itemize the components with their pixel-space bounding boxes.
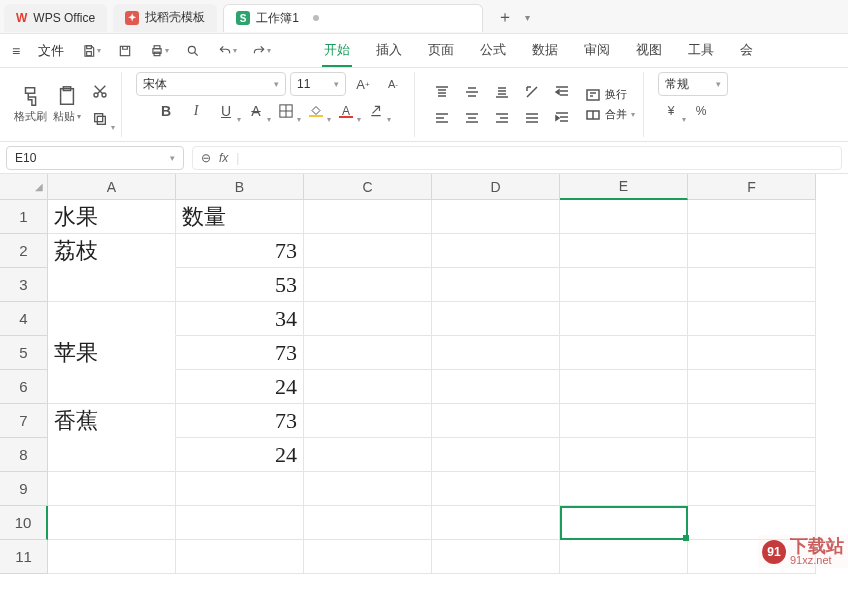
- cell-D10[interactable]: [432, 506, 560, 540]
- menu-file[interactable]: 文件: [32, 42, 70, 60]
- cell-D7[interactable]: [432, 404, 560, 438]
- cell-A6[interactable]: [48, 370, 176, 404]
- cell-C4[interactable]: [304, 302, 432, 336]
- align-middle-button[interactable]: [459, 81, 485, 103]
- paste-button[interactable]: 粘贴▾: [53, 85, 81, 124]
- save-as-button[interactable]: [112, 38, 138, 64]
- cell-D2[interactable]: [432, 234, 560, 268]
- undo-button[interactable]: [214, 38, 240, 64]
- cell-E2[interactable]: [560, 234, 688, 268]
- cell-C1[interactable]: [304, 200, 432, 234]
- cell-B8[interactable]: 24: [176, 438, 304, 472]
- cell-A11[interactable]: [48, 540, 176, 574]
- menu-start[interactable]: 开始: [322, 34, 352, 67]
- cell-F8[interactable]: [688, 438, 816, 472]
- col-header-E[interactable]: E: [560, 174, 688, 200]
- col-header-F[interactable]: F: [688, 174, 816, 200]
- cell-B4[interactable]: 34: [176, 302, 304, 336]
- row-header-2[interactable]: 2: [0, 234, 48, 268]
- save-button[interactable]: [78, 38, 104, 64]
- cell-B7[interactable]: 73: [176, 404, 304, 438]
- tab-workbook[interactable]: S 工作簿1: [223, 4, 483, 32]
- cell-A3[interactable]: [48, 268, 176, 302]
- cell-A9[interactable]: [48, 472, 176, 506]
- row-header-11[interactable]: 11: [0, 540, 48, 574]
- tab-template[interactable]: ✦ 找稻壳模板: [113, 4, 217, 32]
- align-right-button[interactable]: [489, 107, 515, 129]
- hamburger-icon[interactable]: ≡: [8, 43, 24, 59]
- cell-E7[interactable]: [560, 404, 688, 438]
- cell-B1[interactable]: 数量: [176, 200, 304, 234]
- formula-input[interactable]: ⊖ fx |: [192, 146, 842, 170]
- cell-E3[interactable]: [560, 268, 688, 302]
- row-header-3[interactable]: 3: [0, 268, 48, 302]
- merge-cells-button[interactable]: 合并 ▾: [585, 107, 635, 123]
- cell-B11[interactable]: [176, 540, 304, 574]
- cell-B5[interactable]: 73: [176, 336, 304, 370]
- align-center-button[interactable]: [459, 107, 485, 129]
- cell-B9[interactable]: [176, 472, 304, 506]
- cell-C6[interactable]: [304, 370, 432, 404]
- format-painter-button[interactable]: 格式刷: [14, 85, 47, 124]
- col-header-B[interactable]: B: [176, 174, 304, 200]
- tab-wps-office[interactable]: W WPS Office: [4, 4, 107, 32]
- redo-button[interactable]: [248, 38, 274, 64]
- increase-font-button[interactable]: A+: [350, 73, 376, 95]
- row-header-5[interactable]: 5: [0, 336, 48, 370]
- select-all-corner[interactable]: ◢: [0, 174, 48, 200]
- menu-data[interactable]: 数据: [530, 34, 560, 67]
- cell-F3[interactable]: [688, 268, 816, 302]
- font-color-button[interactable]: A: [333, 100, 359, 122]
- align-left-button[interactable]: [429, 107, 455, 129]
- indent-decrease-button[interactable]: [549, 81, 575, 103]
- cell-E11[interactable]: [560, 540, 688, 574]
- fill-color-button[interactable]: [303, 100, 329, 122]
- number-format-select[interactable]: 常规 ▾: [658, 72, 728, 96]
- cell-D8[interactable]: [432, 438, 560, 472]
- cell-A5[interactable]: 苹果: [48, 336, 176, 370]
- row-header-8[interactable]: 8: [0, 438, 48, 472]
- cell-F5[interactable]: [688, 336, 816, 370]
- row-header-10[interactable]: 10: [0, 506, 48, 540]
- cell-A8[interactable]: [48, 438, 176, 472]
- cell-F2[interactable]: [688, 234, 816, 268]
- underline-button[interactable]: U: [213, 100, 239, 122]
- currency-button[interactable]: ¥: [658, 100, 684, 122]
- menu-review[interactable]: 审阅: [582, 34, 612, 67]
- menu-tools[interactable]: 工具: [686, 34, 716, 67]
- row-header-1[interactable]: 1: [0, 200, 48, 234]
- cell-C3[interactable]: [304, 268, 432, 302]
- copy-button[interactable]: [87, 108, 113, 130]
- cell-D9[interactable]: [432, 472, 560, 506]
- cell-D3[interactable]: [432, 268, 560, 302]
- font-name-select[interactable]: 宋体 ▾: [136, 72, 286, 96]
- strikethrough-button[interactable]: A: [243, 100, 269, 122]
- cell-F4[interactable]: [688, 302, 816, 336]
- col-header-D[interactable]: D: [432, 174, 560, 200]
- name-box[interactable]: E10 ▾: [6, 146, 184, 170]
- cell-C2[interactable]: [304, 234, 432, 268]
- print-preview-button[interactable]: [180, 38, 206, 64]
- cell-D5[interactable]: [432, 336, 560, 370]
- cell-E5[interactable]: [560, 336, 688, 370]
- cell-A7[interactable]: 香蕉: [48, 404, 176, 438]
- orientation-button[interactable]: [519, 81, 545, 103]
- italic-button[interactable]: I: [183, 100, 209, 122]
- menu-formula[interactable]: 公式: [478, 34, 508, 67]
- row-header-7[interactable]: 7: [0, 404, 48, 438]
- cell-B6[interactable]: 24: [176, 370, 304, 404]
- cell-F1[interactable]: [688, 200, 816, 234]
- decrease-font-button[interactable]: A-: [380, 73, 406, 95]
- fx-icon[interactable]: fx: [219, 151, 228, 165]
- indent-increase-button[interactable]: [549, 107, 575, 129]
- cell-B2[interactable]: 73: [176, 234, 304, 268]
- cell-C11[interactable]: [304, 540, 432, 574]
- cell-E4[interactable]: [560, 302, 688, 336]
- row-header-9[interactable]: 9: [0, 472, 48, 506]
- cell-B10[interactable]: [176, 506, 304, 540]
- cell-A2[interactable]: 荔枝: [48, 234, 176, 268]
- wrap-text-button[interactable]: 换行: [585, 87, 635, 103]
- cell-E9[interactable]: [560, 472, 688, 506]
- borders-button[interactable]: [273, 100, 299, 122]
- cell-F6[interactable]: [688, 370, 816, 404]
